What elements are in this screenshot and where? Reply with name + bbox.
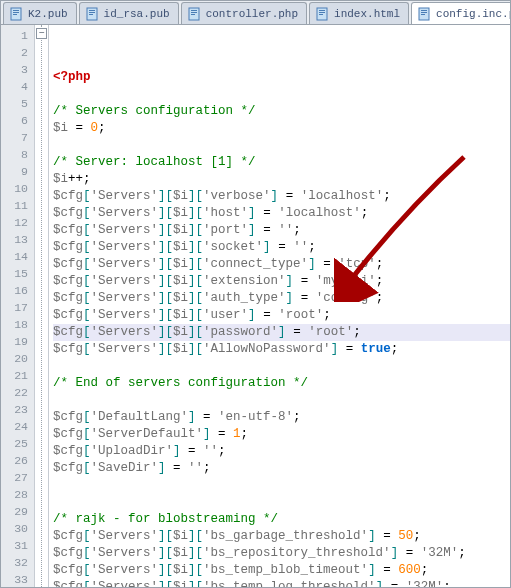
code-token: ; [443, 579, 451, 587]
code-line[interactable]: /* rajk - for blobstreaming */ [53, 511, 510, 528]
code-line[interactable]: $cfg['Servers'][$i]['AllowNoPassword'] =… [53, 341, 510, 358]
line-number: 26 [1, 452, 28, 469]
code-token: $i [173, 341, 188, 358]
line-number: 2 [1, 44, 28, 61]
tab-id-rsa-pub[interactable]: id_rsa.pub [79, 2, 179, 24]
code-token: 'Servers' [91, 324, 159, 341]
code-token: ] [188, 409, 196, 426]
code-token: [ [83, 239, 91, 256]
code-token: $cfg [53, 426, 83, 443]
code-token: [ [83, 290, 91, 307]
code-token: $cfg [53, 341, 83, 358]
code-token: ; [376, 256, 384, 273]
code-token: $i [173, 222, 188, 239]
line-number: 22 [1, 384, 28, 401]
tab-k2-pub[interactable]: K2.pub [3, 2, 77, 24]
fold-toggle-icon[interactable]: − [36, 28, 47, 39]
svg-rect-15 [319, 14, 323, 15]
code-line[interactable]: /* Servers configuration */ [53, 103, 510, 120]
code-line[interactable] [53, 137, 510, 154]
code-line[interactable]: $i = 0; [53, 120, 510, 137]
code-line[interactable]: $cfg['Servers'][$i]['extension'] = 'mysq… [53, 273, 510, 290]
code-token: $cfg [53, 290, 83, 307]
code-token: ][ [188, 324, 203, 341]
code-line[interactable] [53, 358, 510, 375]
code-line[interactable]: $cfg['Servers'][$i]['user'] = 'root'; [53, 307, 510, 324]
code-line[interactable] [53, 392, 510, 409]
svg-rect-2 [13, 12, 19, 13]
svg-rect-18 [421, 12, 427, 13]
code-line[interactable]: $cfg['Servers'][$i]['socket'] = ''; [53, 239, 510, 256]
code-line[interactable] [53, 86, 510, 103]
code-area[interactable]: 1234567891011121314151617181920212223242… [1, 25, 510, 587]
code-line[interactable]: $cfg['Servers'][$i]['verbose'] = 'localh… [53, 188, 510, 205]
code-line[interactable]: $cfg['Servers'][$i]['host'] = 'localhost… [53, 205, 510, 222]
code-token: [ [83, 426, 91, 443]
file-icon [9, 7, 23, 21]
code-token: 'bs_garbage_threshold' [203, 528, 368, 545]
code-line[interactable] [53, 477, 510, 494]
line-number: 24 [1, 418, 28, 435]
tab-bar: K2.pub id_rsa.pub controller.php index.h… [1, 1, 510, 25]
code-token: = [398, 545, 421, 562]
code-token: ][ [158, 324, 173, 341]
line-number: 32 [1, 554, 28, 571]
fold-column[interactable]: − [35, 25, 49, 587]
code-token: $i [173, 307, 188, 324]
code-token: ][ [158, 239, 173, 256]
line-number: 18 [1, 316, 28, 333]
code-token: $i [173, 579, 188, 587]
code-token: ; [391, 341, 399, 358]
svg-rect-9 [191, 10, 197, 11]
code-token: ] [376, 579, 384, 587]
tab-index-html[interactable]: index.html [309, 2, 409, 24]
code-line[interactable]: <?php [53, 69, 510, 86]
code-token: ; [361, 205, 369, 222]
code-token: 'localhost' [301, 188, 384, 205]
code-lines[interactable]: <?php/* Servers configuration */$i = 0;/… [49, 25, 510, 587]
tab-config-inc-php[interactable]: config.inc.php [411, 2, 511, 24]
code-token: [ [83, 545, 91, 562]
code-token: $cfg [53, 579, 83, 587]
code-token: ][ [188, 273, 203, 290]
code-line[interactable]: $cfg['Servers'][$i]['bs_garbage_threshol… [53, 528, 510, 545]
code-line[interactable]: $cfg['DefaultLang'] = 'en-utf-8'; [53, 409, 510, 426]
code-line[interactable]: $cfg['SaveDir'] = ''; [53, 460, 510, 477]
code-token: $i [173, 273, 188, 290]
code-token: 'Servers' [91, 188, 159, 205]
code-line[interactable]: $cfg['Servers'][$i]['connect_type'] = 't… [53, 256, 510, 273]
code-token: 'bs_repository_threshold' [203, 545, 391, 562]
code-token: = [293, 273, 316, 290]
code-line[interactable]: $cfg['Servers'][$i]['auth_type'] = 'conf… [53, 290, 510, 307]
code-token: ][ [158, 273, 173, 290]
code-token: 'localhost' [278, 205, 361, 222]
code-token: $cfg [53, 307, 83, 324]
code-token: 'ServerDefault' [91, 426, 204, 443]
code-line[interactable]: $cfg['Servers'][$i]['bs_temp_blob_timeou… [53, 562, 510, 579]
tab-controller-php[interactable]: controller.php [181, 2, 307, 24]
line-number: 16 [1, 282, 28, 299]
code-line[interactable]: $cfg['Servers'][$i]['password'] = 'root'… [53, 324, 510, 341]
code-token: 'SaveDir' [91, 460, 159, 477]
code-line[interactable]: $cfg['UploadDir'] = ''; [53, 443, 510, 460]
code-token: 'Servers' [91, 579, 159, 587]
code-line[interactable]: /* End of servers configuration */ [53, 375, 510, 392]
code-line[interactable]: $cfg['ServerDefault'] = 1; [53, 426, 510, 443]
code-token: ] [286, 290, 294, 307]
line-number: 4 [1, 78, 28, 95]
code-token: 'Servers' [91, 528, 159, 545]
code-line[interactable]: $i++; [53, 171, 510, 188]
code-line[interactable]: $cfg['Servers'][$i]['port'] = ''; [53, 222, 510, 239]
code-line[interactable]: $cfg['Servers'][$i]['bs_temp_log_thresho… [53, 579, 510, 587]
code-token: [ [83, 443, 91, 460]
code-line[interactable]: /* Server: localhost [1] */ [53, 154, 510, 171]
code-token: ][ [188, 205, 203, 222]
code-line[interactable]: $cfg['Servers'][$i]['bs_repository_thres… [53, 545, 510, 562]
code-token: [ [83, 256, 91, 273]
code-token: ] [286, 273, 294, 290]
code-token: 'root' [308, 324, 353, 341]
code-line[interactable] [53, 494, 510, 511]
code-token: 'root' [278, 307, 323, 324]
code-token: ; [458, 545, 466, 562]
code-token: ][ [188, 290, 203, 307]
